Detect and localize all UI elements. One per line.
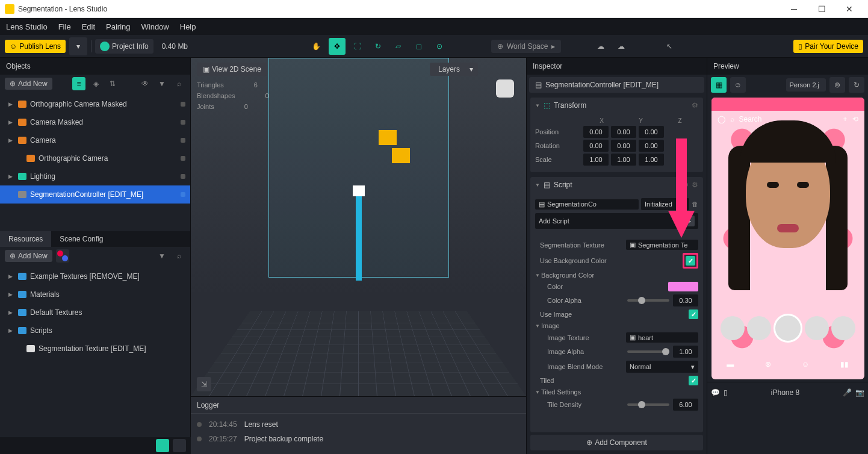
tile-density-slider[interactable] xyxy=(627,403,669,406)
capture-icon[interactable]: ⊚ xyxy=(829,77,845,93)
image-texture-field[interactable]: ▣heart xyxy=(626,332,698,343)
add-object-button[interactable]: ⊕ Add New xyxy=(5,78,52,90)
tree-item[interactable]: SegmentationController [EDIT_ME] xyxy=(0,185,190,204)
tile-density-value[interactable] xyxy=(673,399,698,411)
layers-dropdown[interactable]: Layers ▾ xyxy=(430,63,478,76)
camera-icon[interactable]: 📷 xyxy=(855,388,864,397)
expand-icon[interactable]: ▼ xyxy=(535,103,540,108)
tree-item[interactable]: ▶Materials xyxy=(0,285,190,303)
scene-object[interactable] xyxy=(356,196,362,281)
crop-tool-icon[interactable]: ◻ xyxy=(411,38,427,55)
image-alpha-value[interactable] xyxy=(673,346,698,358)
device-label[interactable]: iPhone 8 xyxy=(771,388,799,397)
lens-option[interactable] xyxy=(747,316,771,340)
snapchat-ghost-icon[interactable] xyxy=(496,79,514,98)
tiled-checkbox[interactable]: ✓ xyxy=(689,376,698,385)
phone-portrait-icon[interactable]: ▯ xyxy=(724,388,728,397)
tree-item[interactable]: ▶Lighting xyxy=(0,167,190,185)
expand-icon[interactable]: ▼ xyxy=(535,323,541,329)
filter-icon[interactable]: ▼ xyxy=(155,77,169,90)
lens-option[interactable] xyxy=(831,316,855,340)
chat-preview-icon[interactable]: 💬 xyxy=(711,388,720,397)
delete-icon[interactable]: 🗑 xyxy=(692,201,698,208)
focus-tool-icon[interactable]: ⊙ xyxy=(431,38,448,55)
cursor-icon[interactable]: ↖ xyxy=(661,38,678,55)
lens-option[interactable] xyxy=(805,316,829,340)
publish-button[interactable]: ☺ Publish Lens xyxy=(5,40,66,53)
project-info-button[interactable]: Project Info xyxy=(95,39,153,54)
tree-item[interactable]: ▶Camera xyxy=(0,131,190,149)
tab-scene-config[interactable]: Scene Config xyxy=(51,231,111,247)
blend-mode-dropdown[interactable]: Normal▾ xyxy=(626,361,698,373)
tree-item[interactable]: ▶Example Textures [REMOVE_ME] xyxy=(0,267,190,285)
menu-lens-studio[interactable]: Lens Studio xyxy=(6,22,48,31)
hierarchy-view-icon[interactable]: ≡ xyxy=(72,77,85,90)
rot-y[interactable] xyxy=(611,140,636,152)
add-script-button[interactable]: Add Script xyxy=(539,217,569,225)
color-alpha-slider[interactable] xyxy=(627,299,669,302)
menu-edit[interactable]: Edit xyxy=(82,22,95,31)
pos-z[interactable] xyxy=(639,126,664,138)
collapse-viewport-icon[interactable]: ⇲ xyxy=(197,377,211,391)
mic-icon[interactable]: 🎤 xyxy=(843,388,852,397)
expand-icon[interactable]: ▼ xyxy=(535,182,540,188)
tree-item[interactable]: ▶Orthographic Camera Masked xyxy=(0,95,190,113)
expand-icon[interactable]: ▼ xyxy=(535,390,541,395)
move-tool-icon[interactable]: ✥ xyxy=(329,38,346,55)
view-2d-button[interactable]: ▣ View 2D Scene xyxy=(197,63,267,76)
search-icon[interactable]: ⌕ xyxy=(172,249,185,263)
minimize-button[interactable]: ─ xyxy=(780,0,808,18)
face-icon[interactable]: ☺ xyxy=(730,77,746,93)
tree-item[interactable]: ▶Camera Masked xyxy=(0,113,190,131)
refresh-icon[interactable]: ↻ xyxy=(849,77,864,93)
eye-icon[interactable]: 👁 xyxy=(138,77,152,90)
camera-gizmo[interactable] xyxy=(379,130,397,145)
color-alpha-value[interactable] xyxy=(673,294,698,306)
publish-dropdown[interactable]: ▾ xyxy=(69,37,87,55)
tree-item[interactable]: Orthographic Camera xyxy=(0,149,190,167)
camera-gizmo[interactable] xyxy=(392,148,410,163)
tree-item[interactable]: ▶Scripts xyxy=(0,322,190,340)
pos-x[interactable] xyxy=(583,126,609,138)
script-ref-field[interactable]: ▤SegmentationCo xyxy=(535,199,639,210)
search-icon[interactable]: ⌕ xyxy=(172,77,185,90)
sort-icon[interactable]: ⇅ xyxy=(106,77,119,90)
reset-icon[interactable]: ⟲ xyxy=(682,181,688,189)
menu-pairing[interactable]: Pairing xyxy=(106,22,130,31)
seg-texture-field[interactable]: ▣Segmentation Te xyxy=(626,240,698,250)
pair-device-button[interactable]: ▯ Pair Your Device xyxy=(793,40,863,53)
expand-icon[interactable]: ▼ xyxy=(535,273,541,278)
menu-help[interactable]: Help xyxy=(180,22,196,31)
image-alpha-slider[interactable] xyxy=(627,350,669,353)
copy-icon[interactable] xyxy=(73,249,86,263)
grid-view-icon[interactable] xyxy=(173,439,186,452)
world-space-dropdown[interactable]: ⊕ World Space ▸ xyxy=(491,40,561,53)
pos-y[interactable] xyxy=(611,126,636,138)
lens-option-active[interactable] xyxy=(773,314,802,343)
add-component-button[interactable]: ⊕ Add Component xyxy=(530,435,703,450)
webcam-icon[interactable]: ▦ xyxy=(711,77,727,93)
tab-resources[interactable]: Resources xyxy=(0,231,51,247)
rotate-tool-icon[interactable]: ↻ xyxy=(370,38,386,55)
3d-viewport[interactable]: ▣ View 2D Scene Layers ▾ Triangles6 Blen… xyxy=(191,58,526,396)
scale-tool-icon[interactable]: ⛶ xyxy=(349,38,366,55)
maximize-button[interactable]: ☐ xyxy=(808,0,835,18)
list-view-icon[interactable] xyxy=(156,439,169,452)
menu-file[interactable]: File xyxy=(58,22,71,31)
script-event-dropdown[interactable]: Initialized▾ xyxy=(641,198,689,210)
pan-tool-icon[interactable]: ✋ xyxy=(308,38,325,55)
gear-icon[interactable]: ⚙ xyxy=(692,181,698,189)
rot-x[interactable] xyxy=(583,140,609,152)
palette-icon[interactable] xyxy=(56,249,69,263)
tree-item[interactable]: ▶Default Textures xyxy=(0,303,190,322)
scl-x[interactable] xyxy=(583,154,609,166)
scl-z[interactable] xyxy=(639,154,664,166)
add-resource-button[interactable]: ⊕ Add New xyxy=(5,250,52,262)
preview-source-field[interactable]: Person 2.j xyxy=(786,78,826,92)
cloud-icon[interactable]: ☁ xyxy=(592,38,609,55)
plus-icon[interactable]: + xyxy=(684,216,695,226)
gear-icon[interactable]: ⚙ xyxy=(692,101,698,110)
scl-y[interactable] xyxy=(611,154,636,166)
rect-tool-icon[interactable]: ▱ xyxy=(390,38,407,55)
close-button[interactable]: ✕ xyxy=(835,0,863,18)
